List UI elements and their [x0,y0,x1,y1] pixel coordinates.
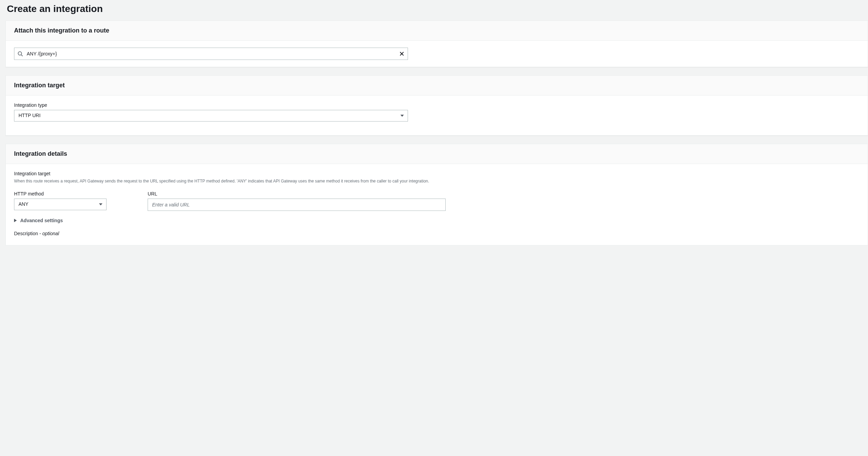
advanced-settings-label: Advanced settings [20,218,63,223]
triangle-right-icon [14,219,17,222]
svg-line-1 [21,55,23,56]
integration-target-help: When this route receives a request, API … [14,178,859,184]
integration-target-title: Integration target [14,82,859,89]
integration-target-panel: Integration target Integration type HTTP… [5,75,868,136]
url-label: URL [148,191,446,197]
search-icon [17,51,23,56]
svg-marker-6 [14,219,17,222]
integration-type-select[interactable]: HTTP URI [14,110,408,122]
http-method-label: HTTP method [14,191,107,197]
description-label: Description - optional [14,231,859,236]
http-method-select[interactable]: ANY [14,199,107,210]
url-input[interactable] [148,199,446,211]
integration-details-header: Integration details [6,144,868,164]
advanced-settings-toggle[interactable]: Advanced settings [14,218,859,223]
svg-point-0 [18,52,22,55]
integration-target-label: Integration target [14,171,859,176]
clear-icon[interactable] [399,51,405,56]
route-search-container [14,48,408,60]
integration-type-label: Integration type [14,102,859,108]
route-search-input[interactable] [14,48,408,60]
attach-route-header: Attach this integration to a route [6,21,868,41]
integration-details-title: Integration details [14,150,859,157]
integration-details-panel: Integration details Integration target W… [5,144,868,245]
attach-route-panel: Attach this integration to a route [5,21,868,67]
page-title: Create an integration [0,0,868,21]
integration-target-header: Integration target [6,76,868,96]
attach-route-title: Attach this integration to a route [14,27,859,34]
